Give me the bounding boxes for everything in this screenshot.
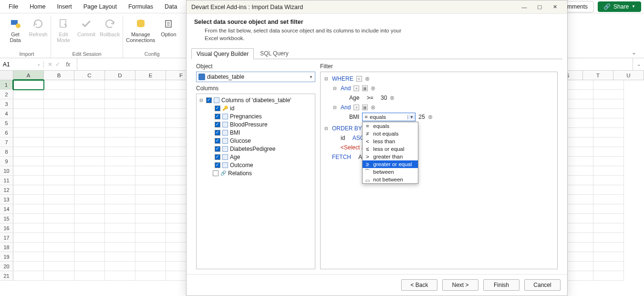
cell[interactable] bbox=[13, 185, 44, 195]
cell[interactable] bbox=[105, 109, 135, 118]
delete-icon[interactable]: ⊗ bbox=[428, 114, 433, 120]
expand-icon[interactable]: ⊟ bbox=[198, 98, 204, 103]
cell[interactable] bbox=[13, 223, 44, 233]
add-icon[interactable]: + bbox=[353, 85, 359, 91]
cell[interactable] bbox=[135, 109, 166, 118]
cell[interactable] bbox=[593, 176, 624, 185]
col-header[interactable]: U bbox=[613, 71, 644, 80]
row-header[interactable]: 3 bbox=[0, 99, 13, 109]
share-button[interactable]: 🔗 Share ▼ bbox=[598, 1, 641, 12]
cell[interactable] bbox=[13, 252, 44, 262]
select-all-corner[interactable] bbox=[0, 71, 13, 80]
cell[interactable] bbox=[135, 271, 166, 281]
row-header[interactable]: 2 bbox=[0, 90, 13, 99]
cell[interactable] bbox=[593, 137, 624, 147]
cell[interactable] bbox=[74, 176, 105, 185]
checkbox[interactable]: ✓ bbox=[215, 146, 220, 152]
tab-sql-query[interactable]: SQL Query bbox=[255, 48, 294, 59]
options-button[interactable]: Option bbox=[159, 17, 178, 37]
and-clause[interactable]: ⊟ And + ▦ ⊗ bbox=[323, 84, 554, 93]
finish-button[interactable]: Finish bbox=[483, 279, 519, 291]
column-item[interactable]: ✓Age bbox=[198, 153, 313, 161]
delete-icon[interactable]: ⊗ bbox=[365, 75, 370, 82]
cell[interactable] bbox=[44, 157, 74, 166]
cell[interactable] bbox=[593, 233, 624, 243]
checkbox[interactable]: ✓ bbox=[215, 106, 220, 111]
cell[interactable] bbox=[74, 243, 105, 252]
cell[interactable] bbox=[44, 252, 74, 262]
row-header[interactable]: 10 bbox=[0, 166, 13, 176]
chevron-down-icon[interactable]: ▼ bbox=[407, 115, 415, 119]
cell[interactable] bbox=[13, 166, 44, 176]
cancel-icon[interactable]: ✕ bbox=[48, 61, 52, 68]
cell[interactable] bbox=[44, 271, 74, 281]
row-header[interactable]: 12 bbox=[0, 185, 13, 195]
cell[interactable] bbox=[44, 243, 74, 252]
cell[interactable] bbox=[593, 252, 624, 262]
tree-root[interactable]: ⊟ ✓ Columns of 'diabetes_table' bbox=[198, 96, 313, 104]
fetch-clause[interactable]: FETCH ALL bbox=[323, 152, 554, 162]
cell[interactable] bbox=[135, 262, 166, 271]
expand-icon[interactable]: ⊟ bbox=[332, 105, 338, 110]
column-item[interactable]: ✓DiabetesPedigree bbox=[198, 145, 313, 153]
tab-visual-query[interactable]: Visual Query Builder bbox=[191, 48, 254, 59]
cell[interactable] bbox=[44, 233, 74, 243]
checkbox[interactable]: ✓ bbox=[206, 97, 212, 103]
cell[interactable] bbox=[74, 185, 105, 195]
cell[interactable] bbox=[74, 223, 105, 233]
cell[interactable] bbox=[44, 214, 74, 223]
cell[interactable] bbox=[135, 252, 166, 262]
cell[interactable] bbox=[593, 128, 624, 137]
cell[interactable] bbox=[13, 176, 44, 185]
operator-option[interactable]: ⌓not between bbox=[363, 176, 418, 183]
expand-icon[interactable]: ⊟ bbox=[332, 86, 338, 91]
cell[interactable] bbox=[74, 233, 105, 243]
cell[interactable] bbox=[105, 243, 135, 252]
delete-icon[interactable]: ⊗ bbox=[371, 104, 375, 111]
cancel-button[interactable]: Cancel bbox=[524, 279, 561, 291]
cell[interactable] bbox=[13, 118, 44, 128]
column-item[interactable]: ✓BloodPressure bbox=[198, 120, 313, 128]
get-data-button[interactable]: Get Data bbox=[6, 17, 25, 43]
cell[interactable] bbox=[105, 80, 135, 90]
cell[interactable] bbox=[74, 80, 105, 90]
cell[interactable] bbox=[44, 166, 74, 176]
cell[interactable] bbox=[13, 214, 44, 223]
ribbon-collapse-button[interactable]: ⌄ bbox=[627, 47, 641, 58]
row-header[interactable]: 8 bbox=[0, 147, 13, 157]
add-group-icon[interactable]: ▦ bbox=[362, 105, 368, 110]
cell[interactable] bbox=[105, 118, 135, 128]
cell[interactable] bbox=[74, 157, 105, 166]
row-header[interactable]: 13 bbox=[0, 195, 13, 204]
cell[interactable] bbox=[74, 271, 105, 281]
edit-mode-button[interactable]: Edit Mode bbox=[54, 17, 73, 43]
cell[interactable] bbox=[44, 137, 74, 147]
tab-insert[interactable]: Insert bbox=[52, 1, 78, 12]
row-header[interactable]: 9 bbox=[0, 157, 13, 166]
checkbox[interactable]: ✓ bbox=[215, 130, 220, 136]
cell[interactable] bbox=[74, 99, 105, 109]
cell[interactable] bbox=[105, 204, 135, 214]
operator-combobox[interactable]: = equals ▼ =equals≠not equals<less than≤… bbox=[362, 113, 415, 121]
checkbox[interactable]: ✓ bbox=[215, 138, 220, 144]
cell[interactable] bbox=[44, 99, 74, 109]
cell[interactable] bbox=[74, 118, 105, 128]
cell[interactable] bbox=[105, 147, 135, 157]
tab-file[interactable]: File bbox=[3, 1, 24, 12]
cell[interactable] bbox=[13, 204, 44, 214]
tab-page-layout[interactable]: Page Layout bbox=[78, 1, 123, 12]
cell[interactable] bbox=[105, 99, 135, 109]
cell[interactable] bbox=[13, 90, 44, 99]
col-header[interactable]: B bbox=[44, 71, 74, 80]
cell[interactable] bbox=[105, 214, 135, 223]
cell[interactable] bbox=[593, 243, 624, 252]
cell[interactable] bbox=[13, 99, 44, 109]
column-item[interactable]: ✓Glucose bbox=[198, 137, 313, 145]
next-button[interactable]: Next > bbox=[442, 279, 478, 291]
cell[interactable] bbox=[105, 195, 135, 204]
cell[interactable] bbox=[105, 90, 135, 99]
tab-home[interactable]: Home bbox=[24, 1, 51, 12]
add-group-icon[interactable]: ▦ bbox=[362, 85, 368, 91]
cell[interactable] bbox=[44, 109, 74, 118]
cell[interactable] bbox=[135, 166, 166, 176]
